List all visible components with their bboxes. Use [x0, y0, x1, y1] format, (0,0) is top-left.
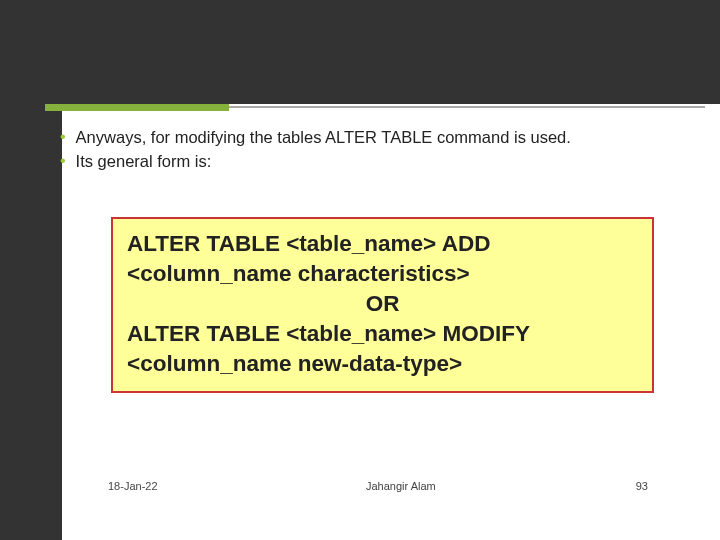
bullet-text: Anyways, for modifying the tables ALTER …	[76, 126, 684, 148]
bullet-item: • Its general form is:	[60, 150, 695, 172]
topbar	[0, 0, 720, 104]
footer-date: 18-Jan-22	[108, 480, 158, 492]
bullet-text: Its general form is:	[76, 150, 212, 172]
footer-author: Jahangir Alam	[366, 480, 436, 492]
footer-inner: 18-Jan-22 Jahangir Alam 93	[108, 480, 678, 492]
sidebar	[0, 0, 62, 540]
footer-page: 93	[636, 480, 648, 492]
code-line: ALTER TABLE <table_name> MODIFY <column_…	[127, 319, 638, 379]
bullet-icon: •	[60, 150, 66, 172]
code-line: ALTER TABLE <table_name> ADD <column_nam…	[127, 229, 638, 289]
divider-line	[229, 106, 705, 108]
accent-line	[45, 104, 229, 111]
slide: • Anyways, for modifying the tables ALTE…	[0, 0, 720, 540]
bullet-icon: •	[60, 126, 66, 148]
footer: 18-Jan-22 Jahangir Alam 93	[0, 488, 720, 540]
bullet-item: • Anyways, for modifying the tables ALTE…	[60, 126, 695, 148]
code-or: OR	[127, 289, 638, 319]
code-box: ALTER TABLE <table_name> ADD <column_nam…	[111, 217, 654, 393]
content-area: • Anyways, for modifying the tables ALTE…	[60, 126, 695, 174]
